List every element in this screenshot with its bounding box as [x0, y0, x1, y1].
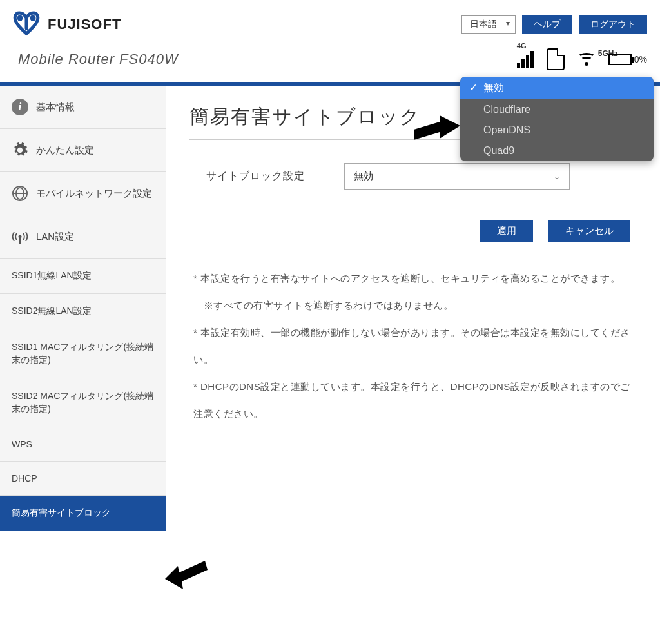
sidebar-item-basic-info[interactable]: i 基本情報 [0, 86, 166, 129]
signal-icon: 4G [517, 51, 534, 68]
sidebar-item-label: SSID2 MACフィルタリング(接続端末の指定) [12, 390, 154, 415]
sidebar-item-lan-settings[interactable]: LAN設定 [0, 215, 166, 259]
gear-icon [12, 142, 28, 159]
svg-point-1 [30, 15, 36, 21]
svg-marker-4 [414, 115, 460, 140]
antenna-icon [12, 228, 28, 245]
content-area: 無効 Cloudflare OpenDNS Quad9 簡易有害サイトブロック … [166, 86, 660, 531]
network-type-label: 4G [517, 42, 527, 50]
apply-button[interactable]: 適用 [480, 220, 533, 242]
subheader: Mobile Router FS040W 4G 5GHz 0% [0, 43, 660, 82]
sidebar-item-mobile-network[interactable]: モバイルネットワーク設定 [0, 172, 166, 215]
device-name: Mobile Router FS040W [18, 51, 179, 68]
logout-button[interactable]: ログアウト [579, 15, 647, 34]
battery-percent: 0% [634, 54, 647, 64]
sidebar-item-label: かんたん設定 [36, 144, 94, 157]
action-row: 適用 キャンセル [189, 220, 634, 242]
arrow-annotation-dropdown [409, 114, 460, 153]
logo-icon [13, 10, 40, 38]
battery-icon: 0% [608, 54, 647, 65]
note-line: ※すべての有害サイトを遮断するわけではありません。 [193, 292, 630, 319]
sidebar-item-label: SSID1 MACフィルタリング(接続端末の指定) [12, 341, 154, 366]
svg-point-0 [17, 15, 23, 21]
note-line: * 本設定有効時、一部の機能が動作しない場合があります。その場合は本設定を無効に… [193, 319, 630, 373]
sidebar-item-label: モバイルネットワーク設定 [36, 188, 152, 200]
sidebar-item-wps[interactable]: WPS [0, 427, 166, 462]
select-value: 無効 [354, 170, 373, 182]
dropdown-option-cloudflare[interactable]: Cloudflare [460, 99, 654, 120]
help-button[interactable]: ヘルプ [522, 15, 572, 34]
sidebar-item-easy-settings[interactable]: かんたん設定 [0, 129, 166, 172]
sidebar-item-label: 簡易有害サイトブロック [12, 507, 111, 519]
main-layout: i 基本情報 かんたん設定 モバイルネットワーク設定 LAN設定 SSID1無線… [0, 86, 660, 531]
chevron-down-icon: ⌄ [554, 172, 560, 181]
cancel-button[interactable]: キャンセル [548, 220, 630, 242]
sidebar-item-label: SSID1無線LAN設定 [12, 270, 92, 282]
globe-icon [12, 185, 28, 202]
topbar: FUJISOFT 日本語 ヘルプ ログアウト [0, 0, 660, 43]
sim-icon [547, 48, 565, 70]
svg-point-2 [19, 235, 22, 239]
note-line: * 本設定を行うと有害なサイトへのアクセスを遮断し、セキュリティを高めることがで… [193, 265, 630, 292]
language-select[interactable]: 日本語 [461, 15, 516, 34]
note-line: * DHCPのDNS設定と連動しています。本設定を行うと、DHCPのDNS設定が… [193, 373, 630, 427]
dropdown-option-disabled[interactable]: 無効 [460, 77, 654, 99]
brand-name: FUJISOFT [48, 16, 121, 33]
sidebar-item-ssid1-mac[interactable]: SSID1 MACフィルタリング(接続端末の指定) [0, 329, 166, 378]
info-icon: i [12, 99, 28, 115]
sidebar-item-dhcp[interactable]: DHCP [0, 462, 166, 496]
sidebar-item-label: LAN設定 [36, 231, 74, 243]
sidebar-item-ssid2-wlan[interactable]: SSID2無線LAN設定 [0, 294, 166, 329]
language-value: 日本語 [470, 19, 497, 29]
sidebar-item-ssid2-mac[interactable]: SSID2 MACフィルタリング(接続端末の指定) [0, 378, 166, 427]
sidebar-item-label: SSID2無線LAN設定 [12, 306, 92, 317]
sidebar-item-label: WPS [12, 439, 32, 449]
status-icons: 4G 5GHz 0% [517, 48, 647, 70]
sidebar-item-label: DHCP [12, 473, 37, 483]
sidebar: i 基本情報 かんたん設定 モバイルネットワーク設定 LAN設定 SSID1無線… [0, 86, 166, 531]
sidebar-item-site-block[interactable]: 簡易有害サイトブロック [0, 496, 166, 531]
field-label: サイトブロック設定 [189, 170, 344, 183]
wifi-icon: 5GHz [578, 53, 596, 66]
form-row-site-block: サイトブロック設定 無効 ⌄ [189, 163, 634, 190]
dropdown-option-opendns[interactable]: OpenDNS [460, 120, 654, 141]
sidebar-item-label: 基本情報 [36, 101, 75, 113]
site-block-select[interactable]: 無効 ⌄ [344, 163, 570, 190]
dropdown-popup: 無効 Cloudflare OpenDNS Quad9 [460, 77, 654, 161]
logo-area: FUJISOFT [13, 10, 121, 38]
notes-block: * 本設定を行うと有害なサイトへのアクセスを遮断し、セキュリティを高めることがで… [189, 265, 634, 427]
dropdown-option-quad9[interactable]: Quad9 [460, 141, 654, 161]
sidebar-item-ssid1-wlan[interactable]: SSID1無線LAN設定 [0, 259, 166, 294]
